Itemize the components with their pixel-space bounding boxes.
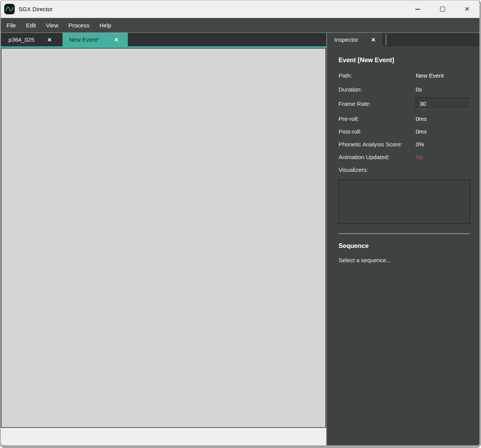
property-label: Visualizers:: [339, 166, 416, 173]
tabbar-separator: [386, 34, 386, 45]
property-row-pre-roll: Pre-roll: 0ms: [339, 112, 468, 125]
property-row-path: Path: New Event: [339, 68, 468, 82]
property-label: Pre-roll:: [339, 115, 416, 122]
menu-item-file[interactable]: File: [2, 18, 21, 32]
app-window: SGX Director ✕ File Edit View Process He…: [0, 0, 481, 448]
section-divider: [339, 233, 470, 234]
titlebar-left: SGX Director: [1, 4, 53, 14]
sequence-heading: Sequence: [339, 242, 468, 249]
app-logo-icon: [4, 4, 15, 14]
maximize-button[interactable]: [430, 0, 455, 18]
property-row-visualizers: Visualizers:: [339, 163, 468, 176]
close-button[interactable]: ✕: [455, 0, 479, 18]
property-label: Phonetic Analysis Score:: [339, 141, 416, 148]
body-row: p364_025 ✕ New Event* ✕ Inspector ✕: [1, 33, 479, 445]
property-value: 0s: [416, 86, 422, 93]
property-row-animation-updated: Animation Updated: No: [339, 151, 468, 163]
menubar: File Edit View Process Help: [1, 18, 479, 33]
minimize-button[interactable]: [405, 0, 430, 18]
tab-close-icon[interactable]: ✕: [114, 37, 119, 42]
menu-item-process[interactable]: Process: [63, 18, 94, 32]
property-value: 0%: [416, 141, 424, 148]
property-label: Post-roll:: [339, 128, 416, 135]
window-controls: ✕: [405, 0, 479, 18]
maximize-icon: [440, 7, 445, 12]
property-value: 0ms: [416, 115, 427, 122]
tab-label: New Event*: [69, 36, 99, 43]
tab-new-event[interactable]: New Event* ✕: [63, 33, 128, 46]
property-value: New Event: [416, 72, 444, 79]
document-area: p364_025 ✕ New Event* ✕: [1, 33, 327, 445]
property-row-frame-rate: Frame Rate:: [339, 96, 468, 111]
close-icon: ✕: [464, 6, 469, 12]
tab-p364-025[interactable]: p364_025 ✕: [1, 33, 63, 46]
tab-label: p364_025: [8, 36, 34, 43]
bottom-strip: [1, 428, 326, 445]
tab-close-icon[interactable]: ✕: [371, 37, 376, 42]
sequence-placeholder: Select a sequence...: [339, 257, 468, 263]
tab-label: Inspector: [334, 36, 358, 43]
event-heading: Event [New Event]: [339, 56, 468, 64]
menu-item-help[interactable]: Help: [94, 18, 116, 32]
document-tabbar: p364_025 ✕ New Event* ✕: [1, 33, 326, 46]
minimize-icon: [415, 9, 420, 10]
property-label: Path:: [339, 72, 416, 79]
property-row-duration: Duration: 0s: [339, 82, 468, 96]
editor-canvas[interactable]: [1, 48, 326, 428]
tab-inspector[interactable]: Inspector ✕: [327, 33, 382, 46]
menu-item-edit[interactable]: Edit: [21, 18, 41, 32]
property-row-post-roll: Post-roll: 0ms: [339, 125, 468, 138]
window-title: SGX Director: [19, 6, 53, 12]
animation-updated-status: No: [416, 154, 423, 160]
menu-item-view[interactable]: View: [41, 18, 63, 32]
titlebar: SGX Director ✕: [1, 0, 479, 18]
inspector-content: Event [New Event] Path: New Event Durati…: [327, 46, 479, 263]
property-value: 0ms: [416, 128, 427, 135]
inspector-panel: Inspector ✕ Event [New Event] Path: New …: [327, 33, 479, 445]
property-row-phonetic-score: Phonetic Analysis Score: 0%: [339, 138, 468, 151]
inspector-tabbar: Inspector ✕: [327, 33, 479, 46]
tab-close-icon[interactable]: ✕: [47, 37, 52, 42]
property-label: Animation Updated:: [339, 154, 416, 160]
visualizers-list[interactable]: [339, 180, 470, 224]
property-label: Duration:: [339, 86, 416, 93]
frame-rate-input[interactable]: [416, 98, 470, 109]
property-label: Frame Rate:: [339, 100, 416, 107]
